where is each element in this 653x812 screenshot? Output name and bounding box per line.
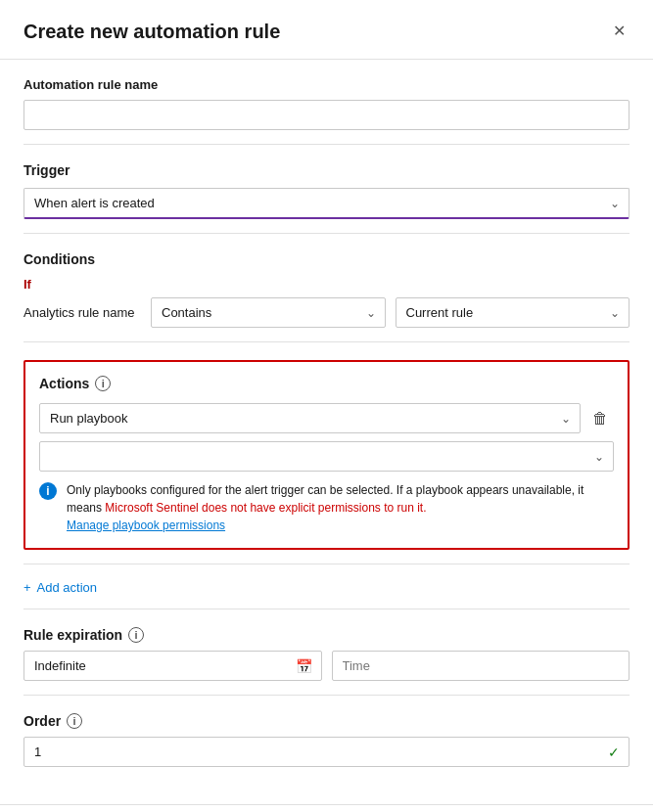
create-automation-dialog: Create new automation rule ✕ Automation …	[0, 0, 653, 812]
rule-expiration-section: Rule expiration i 📅	[23, 609, 630, 696]
actions-title: Actions	[39, 376, 89, 391]
conditions-label: Conditions	[23, 251, 630, 267]
info-blue-icon: i	[39, 482, 57, 500]
conditions-value-wrapper: Current rule ⌄	[396, 297, 630, 328]
add-action-label: Add action	[37, 580, 97, 595]
info-notice-red-text: Microsoft Sentinel does not have explici…	[105, 501, 426, 515]
action-playbook-row: ⌄	[39, 441, 614, 472]
playbook-select-wrapper: ⌄	[39, 441, 614, 472]
action-type-select[interactable]: Run playbook Assign owner Change status …	[39, 403, 581, 433]
close-button[interactable]: ✕	[609, 20, 630, 43]
info-notice: i Only playbooks configured for the aler…	[39, 481, 614, 534]
action-row-1: Run playbook Assign owner Change status …	[39, 403, 614, 433]
delete-action-button[interactable]: 🗑	[586, 406, 614, 431]
actions-info-icon: i	[95, 376, 111, 391]
expiration-indefinite-wrapper: 📅	[23, 651, 322, 681]
dialog-header: Create new automation rule ✕	[0, 0, 653, 60]
conditions-operator-wrapper: Contains Does not contain Equals Does no…	[151, 297, 386, 328]
dialog-body: Automation rule name Trigger When alert …	[0, 60, 653, 804]
actions-box: Actions i Run playbook Assign owner Chan…	[23, 360, 630, 550]
manage-playbook-link[interactable]: Manage playbook permissions	[67, 519, 225, 532]
trigger-section: Trigger When alert is created When incid…	[23, 145, 630, 234]
add-action-section: + Add action	[23, 564, 630, 609]
expiration-time-input[interactable]	[332, 651, 630, 681]
trigger-select[interactable]: When alert is created When incident is c…	[23, 188, 630, 219]
add-action-plus-icon: +	[23, 580, 31, 595]
order-input[interactable]	[23, 737, 630, 767]
automation-rule-name-section: Automation rule name	[23, 60, 630, 145]
rule-expiration-label: Rule expiration	[23, 627, 122, 643]
trigger-label: Trigger	[23, 162, 630, 178]
dialog-title: Create new automation rule	[23, 21, 280, 43]
automation-rule-name-label: Automation rule name	[23, 77, 630, 92]
expiration-row: 📅	[23, 651, 630, 681]
playbook-select[interactable]	[39, 441, 614, 472]
actions-header: Actions i	[39, 376, 614, 391]
rule-expiration-info-icon: i	[128, 627, 144, 643]
conditions-rule-label: Analytics rule name	[23, 305, 141, 320]
conditions-section: Conditions If Analytics rule name Contai…	[23, 234, 630, 342]
trigger-select-wrapper: When alert is created When incident is c…	[23, 188, 630, 219]
action-type-wrapper: Run playbook Assign owner Change status …	[39, 403, 581, 433]
order-section: Order i ✓	[23, 696, 630, 781]
expiration-indefinite-input[interactable]	[23, 651, 322, 681]
conditions-row: Analytics rule name Contains Does not co…	[23, 297, 630, 328]
add-action-button[interactable]: + Add action	[23, 580, 97, 595]
automation-rule-name-input[interactable]	[23, 100, 630, 130]
conditions-if-label: If	[23, 277, 630, 292]
conditions-value-select[interactable]: Current rule	[396, 297, 630, 328]
dialog-footer: Apply Cancel	[0, 804, 653, 812]
order-select-wrapper: ✓	[23, 737, 630, 767]
expiration-time-wrapper	[332, 651, 630, 681]
info-notice-text: Only playbooks configured for the alert …	[67, 481, 614, 534]
order-info-icon: i	[67, 713, 82, 729]
conditions-operator-select[interactable]: Contains Does not contain Equals Does no…	[151, 297, 386, 328]
order-label: Order	[23, 713, 61, 729]
actions-section: Actions i Run playbook Assign owner Chan…	[23, 342, 630, 564]
